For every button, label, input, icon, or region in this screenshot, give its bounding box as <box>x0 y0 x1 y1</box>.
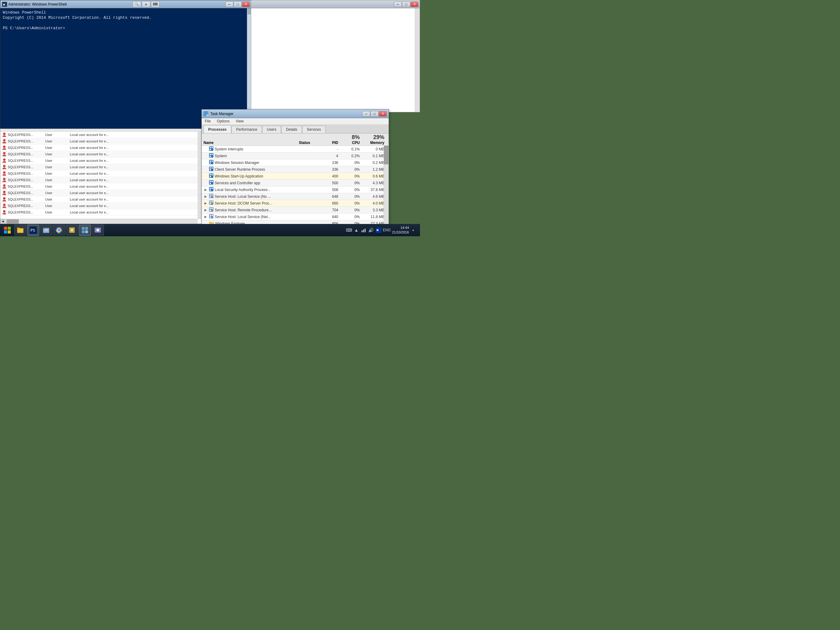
tab-users[interactable]: Users <box>262 126 281 133</box>
list-item[interactable]: SQLEXPRESS...UserLocal user account for … <box>0 203 203 209</box>
taskbar-btn-task-manager[interactable] <box>79 225 91 236</box>
svg-rect-100 <box>363 230 364 232</box>
tm-cell-pid: - <box>322 147 340 152</box>
tm-minimize-btn[interactable]: ─ <box>362 111 370 117</box>
list-col-desc <box>68 130 129 131</box>
process-row[interactable]: Windows Session Manager2360%0.2 MB <box>202 159 388 166</box>
tray-arrow-up-icon[interactable]: ▲ <box>353 227 359 233</box>
process-row[interactable]: System interrupts-0.1%0 MB <box>202 146 388 153</box>
start-button[interactable] <box>1 225 14 236</box>
taskbar-btn-file-explorer[interactable] <box>14 225 27 236</box>
rw-minimize-btn[interactable]: ─ <box>394 2 402 7</box>
tm-close-btn[interactable]: ✕ <box>379 111 387 117</box>
rw-close-btn[interactable]: ✕ <box>411 2 418 7</box>
proc-icon <box>209 194 213 199</box>
list-cell-user: User <box>43 152 68 156</box>
list-item[interactable]: SQLEXPRESS...UserLocal user account for … <box>0 209 203 216</box>
taskbar-btn-chrome[interactable] <box>53 225 65 236</box>
list-body[interactable]: SQLEXPRESS...UserLocal user account for … <box>0 131 203 219</box>
ps-menu-btn[interactable]: ≡ <box>142 1 150 7</box>
list-item[interactable]: SQLEXPRESS...UserLocal user account for … <box>0 171 203 177</box>
proc-name-text: Service Host: DCOM Server Proc... <box>215 201 272 206</box>
process-row[interactable]: ▶ Service Host: Local Service (No ...648… <box>202 193 388 200</box>
list-item[interactable]: SQLEXPRESS...UserLocal user account for … <box>0 144 203 151</box>
rw-scrollbar[interactable] <box>415 8 420 112</box>
ps-close-btn[interactable]: ✕ <box>242 2 250 7</box>
taskbar-btn-powershell[interactable]: PS <box>27 225 39 236</box>
svg-rect-42 <box>210 183 211 184</box>
tray-show-desktop-icon[interactable]: ▪ <box>410 227 416 233</box>
user-icon <box>2 132 6 137</box>
tm-cell-name: Windows Session Manager <box>202 160 297 166</box>
tm-scroll-thumb[interactable] <box>384 146 388 164</box>
process-row[interactable]: Services and Controller app5000%4.3 MB <box>202 180 388 187</box>
tm-menu-file[interactable]: File <box>204 119 212 123</box>
tm-mem-pct: 29% <box>363 134 384 141</box>
taskbar-btn-extra1[interactable] <box>66 225 78 236</box>
list-item[interactable]: SQLEXPRESS...UserLocal user account for … <box>0 131 203 138</box>
tab-details[interactable]: Details <box>281 126 302 133</box>
process-row[interactable]: ▶ Local Security Authority Process...508… <box>202 187 388 193</box>
tab-services[interactable]: Services <box>302 126 325 133</box>
list-item[interactable]: SQLEXPRESS...UserLocal user account for … <box>0 151 203 157</box>
process-row[interactable]: System40.2%0.1 MB <box>202 153 388 159</box>
list-hscrollbar[interactable]: ◀ <box>0 219 198 224</box>
tm-table-body[interactable]: System interrupts-0.1%0 MB System40.2%0.… <box>202 146 388 236</box>
svg-text:⚑: ⚑ <box>376 229 379 232</box>
process-row[interactable]: Windows Start-Up Application4000%0.6 MB <box>202 173 388 180</box>
process-row[interactable]: Client Server Runtime Process3360%1.2 MB <box>202 166 388 173</box>
taskbar-btn-file-manager[interactable] <box>40 225 52 236</box>
tm-col-pid-hdr: PID <box>322 141 340 145</box>
list-item[interactable]: SQLEXPRESS...UserLocal user account for … <box>0 190 203 196</box>
list-cell-name: SQLEXPRESS... <box>0 171 43 176</box>
tm-cell-cpu: 0% <box>340 194 362 199</box>
tray-network-icon[interactable] <box>361 227 367 233</box>
tray-language[interactable]: ENG <box>383 228 391 232</box>
expand-arrow-icon[interactable]: ▶ <box>204 201 208 206</box>
tray-keyboard-icon[interactable]: ⌨ <box>346 227 352 233</box>
tray-flag-icon[interactable]: ⚑ <box>376 227 382 233</box>
hscroll-thumb[interactable] <box>6 219 19 224</box>
tray-clock[interactable]: 14:44 21/10/2016 <box>392 225 409 235</box>
tab-processes[interactable]: Processes <box>204 125 231 133</box>
tm-cell-status <box>297 156 322 156</box>
list-item[interactable]: SQLEXPRESS...UserLocal user account for … <box>0 196 203 203</box>
tm-app-icon <box>204 111 208 116</box>
list-item[interactable]: SQLEXPRESS...UserLocal user account for … <box>0 138 203 144</box>
proc-icon <box>209 180 213 185</box>
process-row[interactable]: ▶ Service Host: Local Service (Net...840… <box>202 214 388 220</box>
tm-menu-options[interactable]: Options <box>216 119 231 123</box>
svg-rect-57 <box>212 208 213 209</box>
ps-minimize-btn[interactable]: ─ <box>225 2 234 7</box>
ps-search-btn[interactable]: 🔍 <box>133 1 141 7</box>
tm-cell-pid: 500 <box>322 180 340 185</box>
proc-icon <box>209 201 213 206</box>
expand-arrow-icon[interactable]: ▶ <box>204 188 208 192</box>
rw-maximize-btn[interactable]: □ <box>402 2 410 7</box>
tm-maximize-btn[interactable]: □ <box>371 111 379 117</box>
ps-maximize-btn[interactable]: □ <box>234 2 242 7</box>
svg-rect-45 <box>212 188 213 189</box>
tray-volume-icon[interactable]: 🔊 <box>368 227 374 233</box>
list-item[interactable]: SQLEXPRESS...UserLocal user account for … <box>0 157 203 164</box>
tm-cell-mem: 3.3 MB <box>362 207 386 212</box>
list-col-name <box>0 130 43 131</box>
tab-performance[interactable]: Performance <box>232 126 262 133</box>
list-item[interactable]: SQLEXPRESS...UserLocal user account for … <box>0 177 203 184</box>
expand-arrow-icon[interactable]: ▶ <box>204 195 208 199</box>
list-item[interactable]: SQLEXPRESS...UserLocal user account for … <box>0 164 203 171</box>
expand-arrow-icon[interactable]: ▶ <box>204 208 208 212</box>
expand-arrow-icon[interactable]: ▶ <box>204 215 208 219</box>
tm-cell-mem: 0.1 MB <box>362 154 386 158</box>
process-row[interactable]: ▶ Service Host: DCOM Server Proc...6600%… <box>202 200 388 207</box>
taskbar-btn-extra2[interactable] <box>92 225 104 236</box>
tm-menu-view[interactable]: View <box>235 119 245 123</box>
hscroll-left-btn[interactable]: ◀ <box>0 219 5 224</box>
svg-rect-76 <box>8 227 11 230</box>
ps-keyboard-btn[interactable]: ⌨ <box>151 1 159 7</box>
list-item[interactable]: SQLEXPRESS...UserLocal user account for … <box>0 184 203 190</box>
svg-rect-37 <box>212 174 213 175</box>
tm-scrollbar[interactable] <box>384 146 388 236</box>
list-cell-name: SQLEXPRESS... <box>0 196 43 202</box>
process-row[interactable]: ▶ Service Host: Remote Procedure...7040%… <box>202 207 388 214</box>
